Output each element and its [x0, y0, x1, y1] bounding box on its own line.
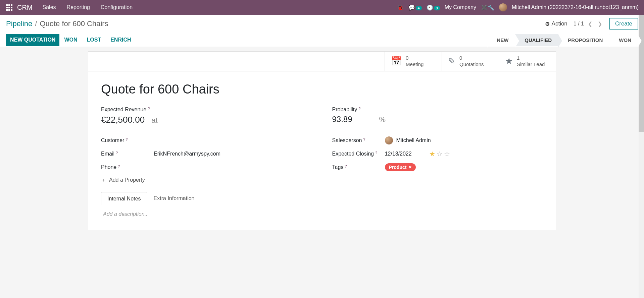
probability-value[interactable]: 93.89	[332, 115, 352, 124]
plus-icon: ＋	[101, 177, 106, 184]
expected-closing-label: Expected Closing?	[332, 151, 381, 157]
apps-menu-icon[interactable]	[3, 4, 16, 11]
expected-closing-value[interactable]: 12/13/2022	[385, 151, 412, 157]
email-label: Email?	[101, 151, 150, 157]
help-icon[interactable]: ?	[116, 151, 118, 155]
breadcrumb: Pipeline / Quote for 600 Chairs	[6, 19, 108, 28]
nav-reporting[interactable]: Reporting	[61, 1, 95, 14]
priority-stars[interactable]: ★ ☆ ☆	[429, 150, 450, 158]
breadcrumb-current: Quote for 600 Chairs	[40, 19, 108, 28]
edit-icon: ✎	[448, 56, 455, 66]
pager-text[interactable]: 1 / 1	[574, 21, 584, 27]
stage-new[interactable]: NEW	[487, 34, 515, 46]
tag-remove-icon[interactable]: ✕	[408, 165, 412, 170]
gear-icon: ⚙	[545, 21, 550, 27]
stat-similar-count: 1	[517, 55, 545, 61]
tab-extra-information[interactable]: Extra Information	[147, 192, 201, 205]
at-word: at	[151, 116, 157, 125]
pager-next[interactable]: ❯	[596, 21, 603, 27]
breadcrumb-separator: /	[35, 19, 37, 28]
phone-label: Phone?	[101, 164, 150, 170]
stat-quotations[interactable]: ✎ 0 Quotations	[442, 52, 499, 71]
pager: 1 / 1 ❮ ❯	[574, 21, 603, 27]
tags-label: Tags?	[332, 164, 381, 170]
action-label: Action	[552, 20, 567, 27]
stat-quotations-count: 0	[459, 55, 484, 61]
help-icon[interactable]: ?	[118, 164, 120, 168]
new-quotation-button[interactable]: NEW QUOTATION	[6, 34, 59, 46]
user-name[interactable]: Mitchell Admin (20222372-16-0-all.runbot…	[512, 4, 639, 10]
probability-label: Probability?	[332, 107, 361, 113]
percent-sign: %	[379, 115, 386, 124]
stage-proposition[interactable]: PROPOSITION	[558, 34, 609, 46]
salesperson-label: Salesperson?	[332, 137, 381, 143]
help-icon[interactable]: ?	[375, 151, 377, 155]
stat-similar-label: Similar Lead	[517, 61, 545, 68]
help-icon[interactable]: ?	[148, 107, 150, 111]
salesperson-avatar	[385, 136, 393, 144]
star-1-icon[interactable]: ★	[429, 150, 435, 158]
messages-icon[interactable]: 💬4	[408, 4, 422, 11]
messages-badge: 4	[416, 6, 422, 10]
nav-sales[interactable]: Sales	[37, 1, 61, 14]
create-button[interactable]: Create	[609, 18, 638, 29]
user-avatar[interactable]	[499, 3, 507, 11]
help-icon[interactable]: ?	[363, 137, 365, 141]
customer-label: Customer?	[101, 137, 150, 143]
star-2-icon[interactable]: ☆	[437, 150, 443, 158]
description-placeholder[interactable]: Add a description...	[103, 211, 541, 217]
scroll-thumb[interactable]	[639, 15, 644, 132]
breadcrumb-parent[interactable]: Pipeline	[6, 19, 32, 28]
company-switcher[interactable]: My Company	[445, 4, 476, 10]
status-bar: NEW QUALIFIED PROPOSITION WON	[487, 34, 638, 46]
calendar-icon: 📅	[391, 56, 402, 66]
tools-icon[interactable]: ✖‍🔧	[481, 4, 494, 11]
form-sheet: 📅 0 Meeting ✎ 0 Quotations ★ 1 Similar L…	[88, 51, 556, 230]
star-icon: ★	[505, 56, 513, 66]
stage-won[interactable]: WON	[609, 34, 638, 46]
debug-icon[interactable]: 🐞	[397, 4, 404, 11]
enrich-button[interactable]: ENRICH	[106, 34, 136, 46]
stat-meeting-label: Meeting	[406, 61, 424, 68]
help-icon[interactable]: ?	[345, 164, 347, 168]
help-icon[interactable]: ?	[126, 137, 128, 141]
tab-internal-notes[interactable]: Internal Notes	[101, 192, 147, 205]
stat-meeting[interactable]: 📅 0 Meeting	[385, 52, 442, 71]
add-property-label: Add a Property	[109, 177, 145, 183]
action-dropdown[interactable]: ⚙ Action	[545, 20, 567, 27]
help-icon[interactable]: ?	[358, 107, 360, 111]
tag-product[interactable]: Product ✕	[385, 163, 416, 171]
expected-revenue-value[interactable]: €22,500.00	[101, 115, 145, 125]
nav-menu: Sales Reporting Configuration	[37, 1, 138, 14]
won-button[interactable]: WON	[59, 34, 82, 46]
salesperson-value[interactable]: Mitchell Admin	[396, 137, 431, 143]
stat-meeting-count: 0	[406, 55, 424, 61]
stat-similar[interactable]: ★ 1 Similar Lead	[499, 52, 556, 71]
star-3-icon[interactable]: ☆	[444, 150, 450, 158]
nav-configuration[interactable]: Configuration	[95, 1, 138, 14]
pager-prev[interactable]: ❮	[587, 21, 594, 27]
email-value[interactable]: ErikNFrench@armyspy.com	[154, 151, 220, 157]
activities-badge: 9	[434, 6, 440, 10]
add-property-button[interactable]: ＋ Add a Property	[101, 177, 145, 184]
stat-quotations-label: Quotations	[459, 61, 484, 68]
lost-button[interactable]: LOST	[82, 34, 106, 46]
expected-revenue-label: Expected Revenue?	[101, 107, 150, 113]
record-title[interactable]: Quote for 600 Chairs	[101, 82, 543, 97]
stage-qualified[interactable]: QUALIFIED	[515, 34, 558, 46]
activities-icon[interactable]: 🕘9	[427, 4, 440, 11]
app-brand[interactable]: CRM	[16, 4, 37, 11]
tag-label: Product	[389, 165, 407, 170]
